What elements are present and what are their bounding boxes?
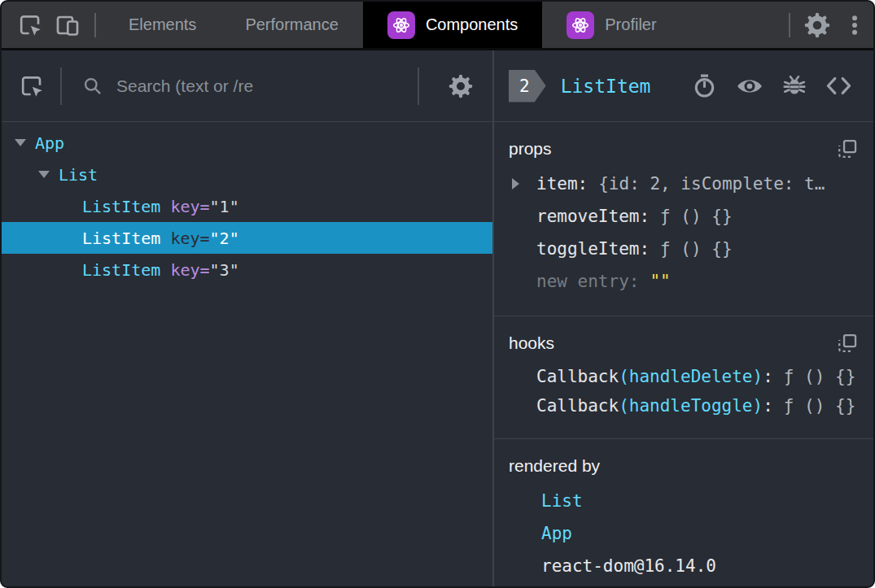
tab-profiler[interactable]: Profiler	[542, 2, 680, 48]
rendered-by-react-dom: react-dom@16.14.0	[501, 550, 859, 582]
tree-toolbar	[2, 50, 492, 122]
hook-value: ƒ () {}	[784, 396, 856, 416]
copy-hooks-button[interactable]	[836, 332, 859, 355]
hook-name: Callback	[536, 396, 619, 416]
component-tree-panel: App List ListItem key="1" ListItem key="…	[2, 50, 494, 586]
key-attribute: key=	[170, 197, 209, 216]
log-bug-icon[interactable]	[782, 74, 807, 98]
new-entry-value-input[interactable]: ""	[650, 272, 670, 291]
hook-name: Callback	[536, 367, 619, 386]
toolbar-separator	[418, 68, 419, 105]
device-toolbar-button[interactable]	[49, 2, 86, 48]
key-value: "3"	[210, 260, 239, 280]
tab-performance-label: Performance	[245, 15, 339, 34]
tab-performance[interactable]: Performance	[221, 2, 363, 48]
owner-link[interactable]: List	[541, 491, 583, 511]
component-name: ListItem	[82, 229, 160, 248]
gear-icon	[448, 74, 473, 98]
prop-value: ƒ () {}	[660, 239, 733, 259]
tree-row-listitem-1[interactable]: ListItem key="1"	[2, 190, 492, 222]
component-search	[72, 75, 408, 97]
component-name: ListItem	[82, 260, 160, 280]
hook-value: ƒ () {}	[784, 367, 856, 386]
renderer-version: react-dom@16.14.0	[541, 556, 716, 576]
search-input[interactable]	[116, 76, 408, 96]
devtools-menu-button[interactable]	[836, 2, 873, 48]
chevron-down-icon[interactable]	[15, 139, 26, 146]
prop-name: item:	[536, 174, 588, 194]
kebab-menu-icon	[842, 13, 867, 37]
key-attribute: key=	[170, 229, 209, 248]
tab-components-label: Components	[426, 15, 518, 34]
hook-callback-name: (handleToggle)	[619, 396, 763, 416]
copy-props-button[interactable]	[836, 137, 859, 160]
components-panel: App List ListItem key="1" ListItem key="…	[2, 50, 873, 586]
tab-bar-separator	[94, 13, 96, 37]
tab-profiler-label: Profiler	[605, 15, 656, 34]
gear-icon	[804, 12, 830, 38]
rendered-by-section: rendered by List App react-dom@16.14.0	[494, 439, 873, 586]
pick-component-button[interactable]	[13, 73, 50, 99]
tree-row-listitem-2-selected[interactable]: ListItem key="2"	[2, 222, 492, 254]
tree-row-app[interactable]: App	[2, 127, 492, 159]
hook-colon: :	[763, 367, 773, 386]
component-name: App	[35, 133, 64, 153]
component-tree: App List ListItem key="1" ListItem key="…	[2, 122, 492, 586]
view-source-code-icon[interactable]	[825, 72, 852, 99]
owner-count-badge: 2	[509, 70, 546, 102]
component-name: ListItem	[82, 197, 160, 216]
rendered-by-app[interactable]: App	[501, 517, 859, 550]
tab-elements-label: Elements	[129, 15, 196, 34]
tree-row-list[interactable]: List	[2, 159, 492, 190]
react-logo-icon	[387, 11, 415, 39]
prop-row-item[interactable]: item: {id: 2, isComplete: t…	[501, 168, 859, 200]
key-value: "2"	[210, 229, 239, 248]
inspect-cursor-icon	[17, 12, 43, 38]
devtools-tab-bar: Elements Performance Components	[2, 2, 873, 50]
prop-row-new-entry[interactable]: new entry: ""	[501, 265, 859, 298]
prop-name: toggleItem:	[536, 239, 650, 259]
hook-row-handledelete[interactable]: Callback(handleDelete): ƒ () {}	[501, 362, 859, 391]
tab-elements[interactable]: Elements	[104, 2, 221, 48]
hooks-section-title: hooks	[509, 333, 554, 353]
tree-row-listitem-3[interactable]: ListItem key="3"	[2, 254, 492, 285]
rendered-by-title: rendered by	[509, 456, 600, 476]
key-attribute: key=	[170, 260, 209, 280]
hook-colon: :	[763, 396, 773, 416]
props-section-title: props	[509, 139, 552, 159]
inspect-cursor-icon	[19, 73, 45, 99]
device-toolbar-icon	[55, 12, 81, 38]
prop-name: removeItem:	[536, 207, 650, 226]
new-entry-label: new entry:	[536, 272, 639, 291]
rendered-by-list[interactable]: List	[501, 485, 859, 517]
props-section: props item: {id: 2, isComplete: t…	[494, 122, 873, 316]
prop-row-removeitem[interactable]: removeItem: ƒ () {}	[501, 200, 859, 233]
tab-bar-separator	[789, 13, 790, 37]
prop-value: {id: 2, isComplete: t…	[598, 174, 825, 194]
key-value: "1"	[210, 197, 239, 216]
suspense-stopwatch-icon[interactable]	[692, 73, 717, 98]
prop-value: ƒ () {}	[660, 207, 733, 226]
inspected-header: 2 ListItem	[494, 50, 873, 122]
inspect-dom-eye-icon[interactable]	[736, 72, 763, 100]
component-name: List	[59, 165, 98, 185]
inspect-element-button[interactable]	[11, 2, 49, 48]
devtools-window: Elements Performance Components	[0, 0, 875, 588]
inspected-component-title: ListItem	[561, 76, 651, 97]
hooks-section: hooks Callback(handleDelete): ƒ () {}	[494, 316, 873, 439]
hook-row-handletoggle[interactable]: Callback(handleToggle): ƒ () {}	[501, 391, 859, 420]
hook-callback-name: (handleDelete)	[619, 367, 763, 386]
inspected-component-panel: 2 ListItem	[494, 50, 873, 586]
devtools-settings-button[interactable]	[798, 2, 836, 48]
chevron-right-icon[interactable]	[512, 178, 519, 189]
inspected-sections: props item: {id: 2, isComplete: t…	[494, 122, 873, 586]
tab-components[interactable]: Components	[363, 2, 542, 48]
owner-link[interactable]: App	[541, 524, 572, 543]
search-icon	[81, 75, 103, 97]
tree-settings-button[interactable]	[442, 74, 479, 98]
chevron-down-icon[interactable]	[38, 171, 50, 178]
toolbar-separator	[60, 68, 62, 105]
prop-row-toggleitem[interactable]: toggleItem: ƒ () {}	[501, 233, 859, 265]
react-logo-icon	[567, 11, 594, 39]
